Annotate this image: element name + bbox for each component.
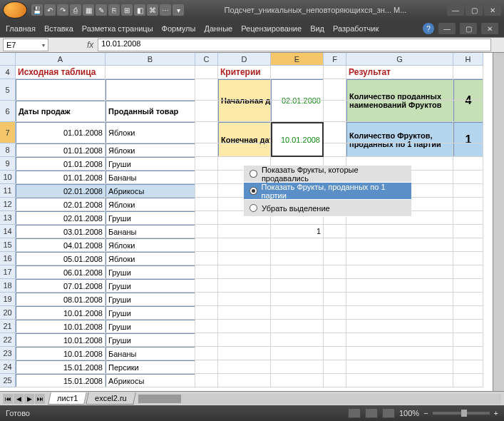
cell-C12[interactable] — [195, 198, 218, 211]
cell-H9[interactable] — [453, 157, 483, 171]
cell-G5[interactable] — [346, 79, 453, 101]
cell-C24[interactable] — [195, 360, 218, 374]
cell-E24[interactable] — [271, 360, 324, 374]
cell-B19[interactable] — [106, 293, 195, 306]
row-header-19[interactable]: 19 — [0, 293, 16, 306]
cell-B4[interactable] — [106, 66, 195, 79]
cell-F17[interactable] — [324, 265, 346, 279]
cell-D21[interactable] — [218, 320, 271, 333]
cell-B16[interactable] — [106, 252, 195, 265]
cell-D16[interactable] — [218, 252, 271, 265]
cell-A18[interactable] — [16, 279, 106, 293]
cell-C17[interactable] — [195, 265, 218, 279]
cell-B24[interactable] — [106, 360, 195, 374]
radio-icon[interactable] — [250, 170, 257, 178]
cell-E20[interactable] — [271, 306, 324, 320]
cell-H19[interactable] — [453, 293, 483, 306]
cell-H8[interactable] — [453, 143, 483, 157]
cell-C10[interactable] — [195, 171, 218, 184]
cell-grid[interactable]: 11Количество Фруктов, проданных по 1 пар… — [16, 66, 493, 391]
cell-G21[interactable] — [346, 320, 453, 333]
cell-H10[interactable] — [453, 171, 483, 184]
cell-C13[interactable] — [195, 211, 218, 225]
cell-D19[interactable] — [218, 293, 271, 306]
cell-H25[interactable] — [453, 374, 483, 387]
cell-B10[interactable] — [106, 171, 195, 184]
cell-G8[interactable] — [346, 143, 453, 157]
cell-H21[interactable] — [453, 320, 483, 333]
cell-F22[interactable] — [324, 333, 346, 347]
cell-A12[interactable] — [16, 198, 106, 211]
cell-D15[interactable] — [218, 238, 271, 252]
cell-A8[interactable] — [16, 143, 106, 157]
cell-C9[interactable] — [195, 157, 218, 171]
row-header-10[interactable]: 10 — [0, 171, 16, 184]
row-header-6[interactable]: 6 — [0, 101, 16, 122]
cell-A11[interactable] — [16, 184, 106, 198]
cell-E21[interactable] — [271, 320, 324, 333]
row-header-4[interactable]: 4 — [0, 66, 16, 79]
tab-prev-button[interactable]: ◀ — [14, 394, 24, 404]
ribbon-tab-layout[interactable]: Разметка страницы — [82, 24, 153, 33]
cell-H16[interactable] — [453, 252, 483, 265]
cell-E4[interactable] — [271, 66, 324, 79]
cell-C18[interactable] — [195, 279, 218, 293]
zoom-slider[interactable] — [433, 412, 490, 415]
cell-D24[interactable] — [218, 360, 271, 374]
ribbon-tab-view[interactable]: Вид — [310, 24, 324, 33]
ribbon-tab-review[interactable]: Рецензирование — [241, 24, 302, 33]
row-header-5[interactable]: 5 — [0, 79, 16, 101]
cell-G14[interactable] — [346, 225, 453, 238]
row-header-25[interactable]: 25 — [0, 374, 16, 387]
cell-C25[interactable] — [195, 374, 218, 387]
row-header-17[interactable]: 17 — [0, 265, 16, 279]
option-row-0[interactable]: Показать Фрукты, которые продавались — [244, 166, 411, 183]
cell-H12[interactable] — [453, 198, 483, 211]
cell-E14[interactable] — [271, 225, 324, 238]
cell-B23[interactable] — [106, 347, 195, 360]
cell-A19[interactable] — [16, 293, 106, 306]
ribbon-tab-formulas[interactable]: Формулы — [162, 24, 196, 33]
cell-C23[interactable] — [195, 347, 218, 360]
col-header-F[interactable]: F — [324, 53, 346, 66]
cell-F24[interactable] — [324, 360, 346, 374]
qat-icon[interactable]: ⌘ — [147, 4, 158, 16]
qat-icon[interactable]: ✎ — [96, 4, 107, 16]
col-header-C[interactable]: C — [195, 53, 218, 66]
qat-print-icon[interactable]: ⎙ — [70, 4, 81, 16]
cell-D20[interactable] — [218, 306, 271, 320]
cell-E25[interactable] — [271, 374, 324, 387]
cell-C8[interactable] — [195, 143, 218, 157]
col-header-G[interactable]: G — [346, 53, 453, 66]
row-header-23[interactable]: 23 — [0, 347, 16, 360]
row-header-8[interactable]: 8 — [0, 143, 16, 157]
col-header-D[interactable]: D — [218, 53, 271, 66]
qat-redo-icon[interactable]: ↷ — [57, 4, 68, 16]
cell-A9[interactable] — [16, 157, 106, 171]
option-row-2[interactable]: Убрать выделение — [244, 200, 411, 217]
qat-icon[interactable]: ⋯ — [160, 4, 171, 16]
cell-F6[interactable] — [324, 101, 346, 122]
cell-A14[interactable] — [16, 225, 106, 238]
cell-H13[interactable] — [453, 211, 483, 225]
qat-icon[interactable]: ▦ — [83, 4, 94, 16]
cell-C19[interactable] — [195, 293, 218, 306]
cell-B25[interactable] — [106, 374, 195, 387]
col-header-B[interactable]: B — [106, 53, 195, 66]
option-row-1[interactable]: Показать Фрукты, проданных по 1 партии — [244, 183, 411, 200]
cell-F15[interactable] — [324, 238, 346, 252]
qat-icon[interactable]: ◧ — [134, 4, 145, 16]
cell-B6[interactable] — [106, 101, 195, 122]
cell-B8[interactable] — [106, 143, 195, 157]
cell-B14[interactable] — [106, 225, 195, 238]
cell-B7[interactable] — [106, 122, 195, 143]
tab-last-button[interactable]: ⏭ — [35, 394, 45, 404]
row-header-15[interactable]: 15 — [0, 238, 16, 252]
cell-G20[interactable] — [346, 306, 453, 320]
row-header-18[interactable]: 18 — [0, 279, 16, 293]
row-header-14[interactable]: 14 — [0, 225, 16, 238]
cell-A17[interactable] — [16, 265, 106, 279]
row-header-11[interactable]: 11 — [0, 184, 16, 198]
cell-D14[interactable] — [218, 225, 271, 238]
cell-D5[interactable] — [218, 79, 271, 101]
